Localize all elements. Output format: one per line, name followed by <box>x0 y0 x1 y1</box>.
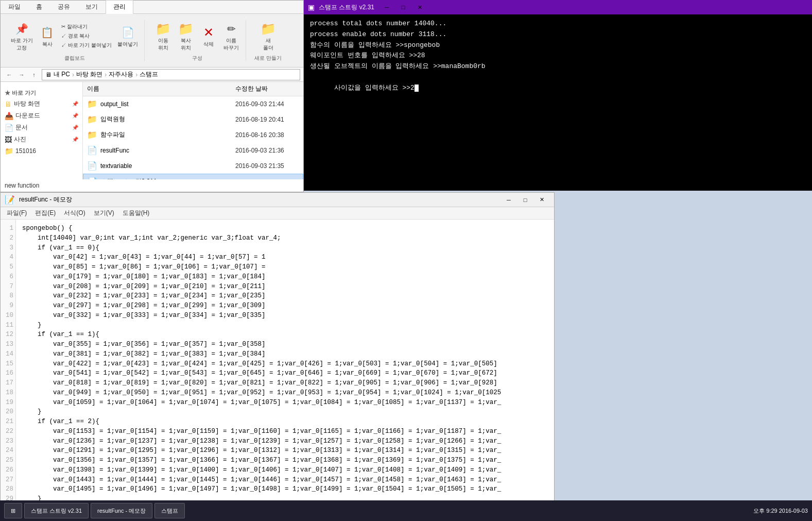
terminal-content[interactable]: process total dots number 14040... proce… <box>304 14 812 191</box>
taskbar-start[interactable]: ⊞ <box>4 503 22 518</box>
col-date-header: 수정한 날짜 <box>231 83 303 94</box>
copypath-button[interactable]: ↙ 경로 복사 <box>60 32 113 40</box>
output-list-date: 2016-09-03 21:44 <box>231 99 303 109</box>
file-item-output-list[interactable]: 📁 output_list 2016-09-03 21:44 <box>83 96 303 112</box>
paste-label: 붙여넣기 <box>117 41 138 48</box>
ribbon-tabs: 파일 홈 공유 보기 관리 <box>1 1 303 14</box>
menu-edit[interactable]: 편집(E) <box>31 208 60 219</box>
file-item-textvariable[interactable]: 📄 textvariable 2016-09-03 21:35 <box>83 158 303 174</box>
terminal-minimize[interactable]: ─ <box>378 2 395 13</box>
funcfile-name: 📁 함수파일 <box>83 129 231 141</box>
menu-view[interactable]: 보기(V) <box>90 208 118 219</box>
sidebar-item-desktop[interactable]: 🖥 바탕 화면 📌 <box>1 98 82 110</box>
menu-format[interactable]: 서식(O) <box>60 208 89 219</box>
copy-icon: 📋 <box>39 24 56 41</box>
pasteshortcut-button[interactable]: ↙ 바로 가기 붙여넣기 <box>60 41 113 49</box>
output-list-name: 📁 output_list <box>83 98 231 110</box>
notepad-minimize[interactable]: ─ <box>500 194 517 206</box>
funcfile-icon: 📁 <box>87 130 97 140</box>
sidebar-item-downloads[interactable]: 📥 다운로드 📌 <box>1 110 82 122</box>
breadcrumb-icon: 🖥 <box>45 71 51 78</box>
terminal-line-2: process enable dots number 3118... <box>310 29 806 40</box>
tab-file[interactable]: 파일 <box>1 0 28 13</box>
new-function-area: new function <box>0 179 304 192</box>
notepad-close[interactable]: ✕ <box>533 194 550 206</box>
newfolder-label: 새폴더 <box>263 37 273 52</box>
move-icon: 📁 <box>155 21 171 37</box>
sidebar-favorites-label: ★ 바로 가기 <box>1 86 82 98</box>
sidebar-item-151016[interactable]: 📁 151016 <box>1 145 82 157</box>
copyto-button[interactable]: 📁 복사위치 <box>176 20 196 53</box>
back-button[interactable]: ← <box>4 69 15 80</box>
sidebar-item-docs[interactable]: 📄 문서 📌 <box>1 122 82 133</box>
terminal-title: 스탬프 스트링 v2.31 <box>319 3 374 12</box>
rename-button[interactable]: ✏ 이름바꾸기 <box>221 20 241 53</box>
terminal-line-6: 사이값을 입력하세요 >>2 <box>310 72 806 104</box>
resultfunc-name: 📄 resultFunc <box>83 144 231 156</box>
delete-button[interactable]: ✕ 삭제 <box>198 23 219 49</box>
file-item-resultfunc[interactable]: 📄 resultFunc 2016-09-03 21:36 <box>83 143 303 158</box>
cut-button[interactable]: ✂ 잘라내기 <box>60 23 113 31</box>
sidebar-docs-label: 문서 <box>15 123 28 132</box>
terminal-maximize[interactable]: □ <box>395 2 411 13</box>
menu-help[interactable]: 도움말(H) <box>118 208 154 219</box>
ribbon-buttons-clipboard: 📌 바로 가기고정 📋 복사 ✂ 잘라내기 ↙ 경로 복사 ↙ 바로 가기 붙여… <box>9 20 140 53</box>
file-list-header: 이름 수정한 날짜 <box>83 82 303 96</box>
copy-button[interactable]: 📋 복사 <box>37 23 58 49</box>
code-editor[interactable]: spongebob() { int[14040] var_0;int var_1… <box>1 220 554 520</box>
file-item-funcfile[interactable]: 📁 함수파일 2016-08-16 20:38 <box>83 127 303 143</box>
notepad-titlebar: 📝 resultFunc - 메모장 ─ □ ✕ <box>1 193 554 207</box>
sep-2: › <box>105 71 107 78</box>
path-1: 내 PC <box>54 70 70 79</box>
notepad-content: spongebob() { int[14040] var_0;int var_1… <box>1 220 554 520</box>
textvariable-date: 2016-09-03 21:35 <box>231 161 303 171</box>
newfolder-icon: 📁 <box>260 21 277 37</box>
forward-button[interactable]: → <box>16 69 27 80</box>
newfolder-button[interactable]: 📁 새폴더 <box>258 20 279 53</box>
taskbar-terminal[interactable]: 스탬프 스트링 v2.31 <box>24 503 89 518</box>
taskbar-notepad[interactable]: resultFunc - 메모장 <box>91 503 152 518</box>
sidebar-item-photos[interactable]: 🖼 사진 📌 <box>1 133 82 145</box>
new-function-label: new function <box>5 182 39 189</box>
copyto-label: 복사위치 <box>181 37 191 52</box>
terminal-line-1: process total dots number 14040... <box>310 19 806 29</box>
pin-button[interactable]: 📌 바로 가기고정 <box>9 20 35 53</box>
move-button[interactable]: 📁 이동위치 <box>153 20 174 53</box>
ribbon-group-new: 📁 새폴더 새로 만들기 <box>250 20 286 61</box>
file-item-input[interactable]: 📁 입력원형 2016-08-19 20:41 <box>83 112 303 127</box>
file-explorer: 파일 홈 공유 보기 관리 📌 바로 가기고정 📋 복사 <box>0 0 304 191</box>
notepad-maximize[interactable]: □ <box>517 194 533 206</box>
tab-view[interactable]: 보기 <box>78 0 106 13</box>
notepad-controls: ─ □ ✕ <box>500 194 550 206</box>
paste-icon: 📄 <box>119 24 136 41</box>
taskbar-clock: 오후 9:29 2016-09-03 <box>753 507 808 515</box>
terminal-line-3: 함수의 이름을 입력하세요 >>spongebob <box>310 40 806 51</box>
address-path[interactable]: 🖥 내 PC › 바탕 화면 › 자주사용 › 스탬프 <box>42 69 300 80</box>
sep-3: › <box>135 71 137 78</box>
tab-share[interactable]: 공유 <box>50 0 78 13</box>
ribbon-buttons-new: 📁 새폴더 <box>258 20 279 53</box>
tab-manage[interactable]: 관리 <box>106 0 133 14</box>
delete-label: 삭제 <box>203 41 214 48</box>
delete-icon: ✕ <box>200 24 217 41</box>
address-bar: ← → ↑ 🖥 내 PC › 바탕 화면 › 자주사용 › 스탬프 <box>1 68 303 82</box>
output-list-icon: 📁 <box>87 99 97 109</box>
desktop-icon: 🖥 <box>5 100 12 108</box>
rename-icon: ✏ <box>223 21 239 37</box>
sep-1: › <box>72 71 74 78</box>
path-2: 바탕 화면 <box>76 70 102 79</box>
pin-indicator2: 📌 <box>72 113 78 119</box>
docs-icon: 📄 <box>5 124 13 132</box>
ribbon: 파일 홈 공유 보기 관리 📌 바로 가기고정 📋 복사 <box>1 1 303 68</box>
taskbar-explorer[interactable]: 스탬프 <box>154 503 185 518</box>
up-button[interactable]: ↑ <box>28 69 40 80</box>
notepad-title: resultFunc - 메모장 <box>19 195 496 204</box>
menu-file[interactable]: 파일(F) <box>3 208 31 219</box>
terminal-close[interactable]: ✕ <box>411 2 428 13</box>
new-label: 새로 만들기 <box>254 55 282 62</box>
tab-home[interactable]: 홈 <box>28 0 50 13</box>
sidebar-downloads-label: 다운로드 <box>15 111 40 120</box>
paste-button[interactable]: 📄 붙여넣기 <box>115 23 140 49</box>
terminal-line-5: 생산될 오브젝트의 이름을 입력하세요 >>manaBomb0rb <box>310 61 806 72</box>
pin-indicator: 📌 <box>72 101 78 107</box>
